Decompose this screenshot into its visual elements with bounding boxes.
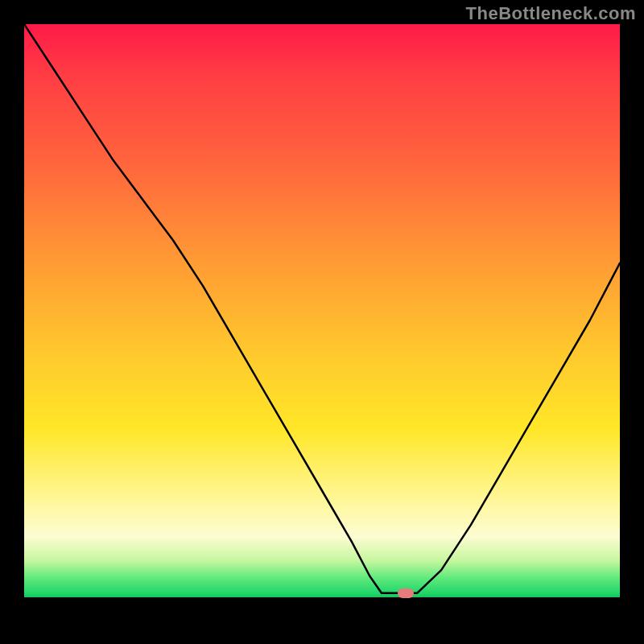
optimal-point-marker bbox=[398, 588, 414, 598]
curve-layer bbox=[24, 24, 620, 620]
chart-frame: TheBottleneck.com bbox=[0, 0, 644, 644]
plot-area bbox=[24, 24, 620, 620]
watermark-text: TheBottleneck.com bbox=[466, 3, 636, 24]
bottleneck-curve bbox=[24, 24, 620, 593]
